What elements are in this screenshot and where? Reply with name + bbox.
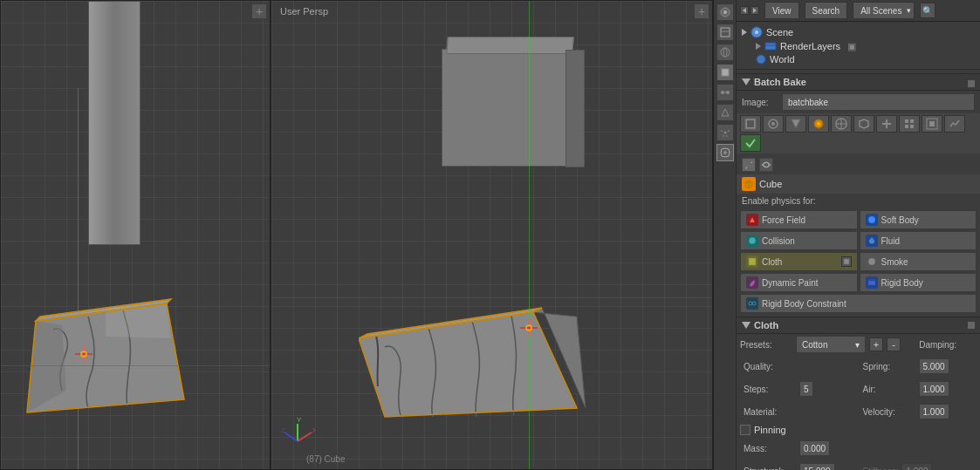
stiffness-row: Stiffness: 1.000 — [860, 461, 977, 470]
dynamic-paint-btn[interactable]: Dynamic Paint — [740, 273, 858, 292]
force-field-btn[interactable]: Force Field — [740, 210, 858, 229]
air-value[interactable]: 1.000 — [919, 381, 949, 397]
rigid-body-label: Rigid Body — [881, 278, 923, 288]
preset-remove-btn[interactable]: - — [887, 337, 901, 351]
scenes-dropdown[interactable]: All Scenes — [853, 2, 915, 19]
toolbar-btn-6[interactable] — [853, 115, 874, 133]
cloth-icon — [746, 255, 758, 268]
toolbar-btn-7[interactable] — [876, 115, 897, 133]
viewport-add-button[interactable]: + — [252, 4, 266, 18]
image-name-field[interactable]: batchbake — [782, 93, 975, 111]
world-label: World — [770, 54, 795, 65]
scene-tab-icon[interactable] — [716, 24, 734, 41]
toolbar-btn-9[interactable] — [922, 115, 942, 133]
arrow-left-icon[interactable] — [740, 6, 749, 15]
view-menu-button[interactable]: View — [764, 2, 799, 19]
image-name-value: batchbake — [788, 98, 828, 107]
spring-row: Spring: 5.000 — [860, 357, 977, 376]
collision-btn[interactable]: Collision — [740, 231, 858, 250]
fluid-btn[interactable]: Fluid — [860, 231, 977, 250]
axis-y-left — [78, 88, 79, 469]
fluid-icon — [866, 235, 878, 247]
preset-add-btn[interactable]: + — [869, 337, 883, 351]
svg-point-33 — [723, 132, 726, 134]
crosshair-left — [75, 345, 93, 364]
svg-line-73 — [872, 279, 875, 281]
physics-grid: Force Field Soft Body Collision — [737, 208, 980, 315]
force-field-icon — [746, 214, 758, 226]
rigid-body-icon — [866, 276, 878, 289]
pinning-label: Pinning — [754, 425, 786, 435]
toolbar-btn-5[interactable] — [831, 115, 852, 133]
viewport-right[interactable]: User Persp — [271, 0, 713, 470]
smoke-label: Smoke — [881, 257, 908, 267]
air-row: Air: 1.000 — [860, 379, 977, 398]
modifier-tab-icon[interactable] — [716, 104, 734, 121]
cloth-section-header[interactable]: Cloth — [737, 317, 980, 334]
rigid-body-constraint-btn[interactable]: Rigid Body Constraint — [740, 294, 977, 313]
toolbar-btn-checkmark[interactable] — [740, 134, 761, 152]
material-row: Material: — [740, 402, 858, 421]
toolbar-btn-2[interactable] — [763, 115, 784, 133]
scene-item-root[interactable]: Scene — [742, 25, 975, 39]
toolbar-btn-1[interactable] — [740, 115, 761, 133]
svg-point-50 — [771, 122, 775, 126]
arrow-right-icon[interactable] — [750, 6, 759, 15]
svg-point-42 — [755, 31, 758, 34]
scene-item-renderlayers[interactable]: RenderLayers ▣ — [742, 39, 975, 53]
svg-point-74 — [749, 302, 752, 305]
cloth-btn[interactable]: Cloth — [740, 252, 858, 271]
velocity-value[interactable]: 1.000 — [919, 404, 949, 419]
rigid-body-constraint-icon — [746, 297, 758, 310]
toolbar-btn-10[interactable] — [944, 115, 965, 133]
svg-text:Z: Z — [281, 426, 285, 434]
material-velocity-row: Material: Velocity: 1.000 — [737, 400, 980, 423]
batch-bake-header[interactable]: Batch Bake — [737, 73, 980, 91]
cloth-object-svg — [18, 251, 210, 426]
toolbar-btn-8[interactable] — [899, 115, 920, 133]
particle-tab-icon[interactable] — [716, 124, 734, 141]
svg-rect-57 — [905, 119, 908, 123]
svg-rect-69 — [844, 259, 849, 264]
svg-rect-48 — [747, 120, 754, 127]
svg-marker-3 — [106, 303, 171, 338]
svg-point-67 — [749, 237, 756, 244]
cloth-icon2[interactable] — [841, 256, 852, 267]
mass-value[interactable]: 0.000 — [799, 440, 830, 456]
fluid-label: Fluid — [881, 236, 901, 246]
search-button[interactable]: Search — [805, 2, 848, 19]
search-icon[interactable]: 🔍 — [920, 3, 935, 18]
steps-label: Steps: — [744, 385, 796, 394]
toolbar-btn-3[interactable] — [785, 115, 806, 133]
world-tab-icon[interactable] — [716, 44, 734, 61]
steps-value[interactable]: 5 — [799, 381, 813, 397]
scene-tree: Scene RenderLayers ▣ — [737, 22, 980, 70]
quality-spring-row: Quality: Spring: 5.000 — [737, 355, 980, 378]
physics-tab-icon[interactable] — [716, 144, 734, 161]
structural-row-container: Structural: 15.000 Stiffness: 1.000 — [737, 460, 980, 470]
object-tab-icon[interactable] — [716, 64, 734, 81]
pinning-checkbox[interactable] — [740, 425, 750, 435]
svg-point-31 — [726, 91, 730, 94]
constraint-tab-icon[interactable] — [716, 84, 734, 101]
scene-item-world[interactable]: World — [742, 53, 975, 65]
main-layout: + User Persp — [0, 0, 980, 470]
render-tab-icon[interactable] — [716, 3, 734, 21]
eye-icon[interactable] — [759, 158, 773, 172]
presets-dropdown[interactable]: Cotton ▾ — [796, 336, 866, 353]
axis-x-left — [1, 365, 270, 366]
rigid-body-btn[interactable]: Rigid Body — [860, 273, 977, 292]
viewport-add-button-right[interactable]: + — [695, 4, 709, 18]
spring-value[interactable]: 5.000 — [919, 358, 949, 374]
soft-body-btn[interactable]: Soft Body — [860, 210, 977, 229]
svg-point-28 — [723, 48, 727, 57]
renderlayers-label: RenderLayers — [780, 41, 840, 51]
toolbar-btn-4[interactable] — [808, 115, 829, 133]
svg-rect-25 — [721, 28, 730, 37]
structural-value[interactable]: 15.000 — [799, 463, 835, 470]
tool-icon[interactable] — [742, 158, 756, 172]
svg-rect-77 — [968, 322, 975, 329]
viewport-left[interactable]: + — [0, 0, 271, 470]
smoke-btn[interactable]: Smoke — [860, 252, 977, 271]
svg-text:X: X — [312, 426, 315, 434]
